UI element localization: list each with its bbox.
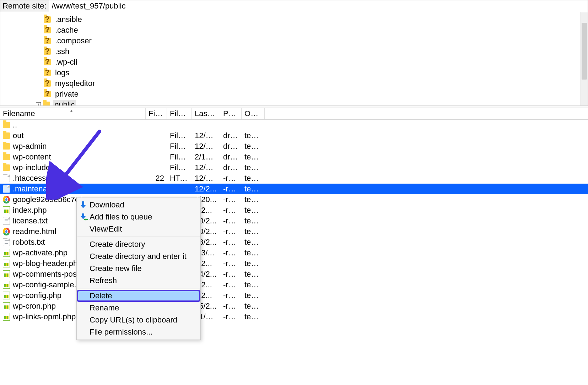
col-owner[interactable]: Own... [242,108,265,119]
context-menu-download[interactable]: Download [77,199,200,211]
queue-icon [80,213,87,221]
filename-label: wp-config.php [13,291,61,300]
php-file-icon [3,249,10,257]
permissions: -rw-r... [220,216,242,226]
filename-label: wp-config-sample.p [13,280,81,289]
tree-item--cache[interactable]: ?.cache [44,25,588,36]
remote-site-path-input[interactable] [49,0,588,12]
context-menu-viewedit[interactable]: View/Edit [77,223,200,235]
filetype: File f... [167,131,192,140]
chrome-icon [3,228,10,235]
context-menu-label: Create directory [90,240,145,249]
permissions: -rw-r... [220,227,242,236]
context-menu-label: Create directory and enter it [90,252,187,261]
filetype: HTA... [167,174,192,183]
permissions: drwx... [220,152,242,162]
table-row[interactable]: wp-contentFile f...2/12/2...drwx...test … [0,152,588,162]
table-row[interactable]: .. [0,120,588,130]
col-lastmodified[interactable]: Last m... [192,108,220,119]
filename-label: wp-links-opml.php [13,312,76,321]
tree-item-label: .ssh [54,47,71,56]
sort-indicator-icon: ▴ [70,108,72,113]
filename-label: readme.html [13,227,56,236]
filename-label: wp-admin [13,142,47,151]
col-filename[interactable]: Filename [0,108,146,119]
tree-scrollbar[interactable] [581,12,588,105]
tree-item-private[interactable]: ?private [44,89,588,99]
php-file-icon [3,281,10,289]
table-row[interactable]: wp-includesFile f...12/7/2...drwx...test… [0,162,588,173]
tree-item--wp-cli[interactable]: ?.wp-cli [44,57,588,67]
context-menu-label: View/Edit [90,224,122,234]
php-file-icon [3,270,10,278]
folder-unknown-icon: ? [44,70,51,76]
file-grid: ▴ Filename Files... Filet... Last m... P… [0,108,588,322]
folder-icon [3,132,10,139]
context-menu-copyurl[interactable]: Copy URL(s) to clipboard [77,314,200,326]
lastmodified: 2/12/2... [192,152,220,162]
table-row[interactable]: wp-adminFile f...12/7/2...drwx...test ..… [0,141,588,152]
table-row[interactable]: .maintenance12/2...-rw-r...test ... [0,184,588,194]
tree-item-label: private [54,90,80,99]
download-icon [80,201,87,208]
context-menu-newfile[interactable]: Create new file [77,262,200,275]
tree-item-logs[interactable]: ?logs [44,67,588,78]
tree-expander-icon[interactable]: + [36,102,41,106]
tree-item-label: .composer [54,36,93,45]
permissions: -rw-r... [220,184,242,194]
context-menu-queue[interactable]: Add files to queue [77,211,200,223]
tree-item-public[interactable]: +public [36,99,588,106]
context-menu-label: Add files to queue [90,212,152,222]
col-filesize[interactable]: Files... [146,108,167,119]
owner: test ... [242,280,265,289]
col-filetype[interactable]: Filet... [167,108,192,119]
tree-scrollbar-thumb[interactable] [582,23,587,80]
context-menu-createdir[interactable]: Create directory [77,238,200,250]
folder-icon [3,122,10,128]
tree-item--ssh[interactable]: ?.ssh [44,46,588,57]
file-context-menu: DownloadAdd files to queueView/EditCreat… [76,197,201,340]
context-menu-delete[interactable]: Delete [77,290,200,302]
remote-tree[interactable]: ?.ansible?.cache?.composer?.ssh?.wp-cli?… [0,12,588,106]
folder-icon [3,154,10,160]
php-file-icon [3,260,10,267]
tree-item-label: logs [54,68,71,77]
file-grid-header: ▴ Filename Files... Filet... Last m... P… [0,108,588,120]
owner: test ... [242,227,265,236]
context-menu-rename[interactable]: Rename [77,302,200,314]
permissions: drwx... [220,131,242,140]
context-menu-createdir-enter[interactable]: Create directory and enter it [77,250,200,262]
col-permissions[interactable]: Per... [220,108,242,119]
filename-label: wp-comments-post. [13,270,81,279]
folder-unknown-icon: ? [44,27,51,33]
permissions: -rw-r... [220,259,242,268]
context-menu-refresh[interactable]: Refresh [77,275,200,287]
permissions: drwx... [220,142,242,151]
owner: test ... [242,238,265,247]
context-menu-label: Delete [90,291,112,300]
table-row[interactable]: .htaccess22HTA...12/14/...-rw-r...test .… [0,173,588,184]
table-row[interactable]: outFile f...12/6/2...drwx...test ... [0,130,588,141]
tree-item--ansible[interactable]: ?.ansible [44,14,588,25]
permissions: -rw-r... [220,248,242,257]
filename-label: wp-blog-header.php [13,259,82,268]
chrome-icon [3,196,10,204]
permissions: -rw-r... [220,238,242,247]
permissions: -rw-r... [220,312,242,321]
tree-item-label: .wp-cli [54,58,79,67]
context-menu-perm[interactable]: File permissions... [77,326,200,338]
tree-item--composer[interactable]: ?.composer [44,36,588,46]
folder-icon [3,164,10,171]
tree-item-label: public [53,100,76,106]
tree-item-mysqleditor[interactable]: ?mysqleditor [44,78,588,89]
filetype: File f... [167,152,192,162]
folder-unknown-icon: ? [44,48,51,55]
permissions: -rw-r... [220,206,242,215]
php-file-icon [3,302,10,310]
filename-label: wp-activate.php [13,248,68,257]
php-file-icon [3,313,10,321]
permissions: -rw-r... [220,270,242,279]
filetype: File f... [167,142,192,151]
tree-item-label: .cache [54,26,80,35]
filename-label: index.php [13,206,47,215]
